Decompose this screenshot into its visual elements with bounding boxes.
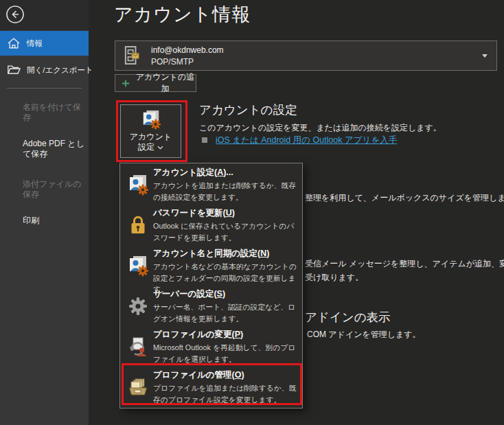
page-title: アカウント情報 [114,2,251,27]
menu-item-title: アカウント設定(A)... [153,167,233,179]
menu-item-title: パスワードを更新(U) [153,207,235,219]
add-account-label: アカウントの追加 [135,71,196,95]
menu-item-description: Outlook に保存されているアカウントのパスワードを更新します。 [153,220,301,243]
account-settings-icon [127,174,149,196]
menu-item-description: アカウントを追加または削除するか、既存の接続設定を変更します。 [153,180,301,203]
addins-heading: アドインの表示 [305,309,391,325]
account-settings-dropdown-menu: アカウント設定(A)... アカウントを追加または削除するか、既存の接続設定を変… [119,163,303,409]
menu-item-change-profile[interactable]: プロファイルの変更(P) Microsoft Outlook を再起動して、別の… [120,328,302,368]
mailbox-cleanup-text: 整理を利用して、メールボックスのサイズを管理します。 [305,192,504,204]
account-lines: info@okdnweb.com POP/SMTP [151,45,224,67]
menu-item-account-settings[interactable]: アカウント設定(A)... アカウントを追加または削除するか、既存の接続設定を変… [120,165,302,206]
account-email: info@okdnweb.com [151,45,224,55]
sidebar-item-info[interactable]: 情報 [0,31,89,56]
mail-account-icon [124,45,140,66]
profile-manage-icon [127,376,149,398]
sidebar-item-open-export[interactable]: 開く/エクスポート [0,59,89,81]
sidebar-item-label: 開く/エクスポート [27,65,93,76]
add-account-button[interactable]: アカウントの追加 [115,74,196,92]
sidebar-item-label: 情報 [27,38,43,49]
folder-open-icon [7,64,21,76]
menu-item-description: Microsoft Outlook を再起動して、別のプロファイルを選択します。 [153,342,301,365]
sidebar: 情報 開く/エクスポート 名前を付けて保存 Adobe PDF として保存 添付… [0,30,89,425]
menu-item-description: プロファイルを追加または削除するか、既存のプロファイル設定を変更します。 [153,382,301,405]
addins-description: COM アドインを管理します。 [307,329,421,341]
back-arrow-icon [5,4,25,25]
account-settings-icon [141,109,161,130]
account-protocol: POP/SMTP [151,57,224,67]
home-icon [7,37,21,49]
account-settings-button-label-2: 設定 [138,142,163,152]
account-settings-description: このアカウントの設定を変更、または追加の接続を設定します。 [199,122,442,134]
square-bullet-icon [202,137,207,143]
menu-item-description: サーバー名、ポート、認証の設定など、ログオン情報を更新します。 [153,301,301,324]
outlook-file-backstage: { "page": { "title": "アカウント情報" }, "sideb… [0,0,504,425]
lock-icon [127,214,149,236]
rules-alerts-text-line2: 受け取ります。 [305,272,363,284]
back-button[interactable] [5,4,25,25]
rules-alerts-text-line1: 受信メール メッセージを整理し、アイテムが追加、変更、ま [305,258,504,270]
menu-item-manage-profiles[interactable]: プロファイルの管理(O) プロファイルを追加または削除するか、既存のプロファイル… [120,368,302,409]
sidebar-item-save-attachments: 添付ファイルの保存 [23,179,84,200]
menu-item-update-password[interactable]: パスワードを更新(U) Outlook に保存されているアカウントのパスワードを… [120,206,302,246]
server-gear-icon [127,295,149,317]
chevron-down-icon [157,146,163,150]
sidebar-item-save-as: 名前を付けて保存 [23,102,84,123]
account-sync-icon [127,255,149,277]
account-settings-button[interactable]: アカウント 設定 [120,104,181,158]
menu-item-server-settings[interactable]: サーバーの設定(S) サーバー名、ポート、認証の設定など、ログオン情報を更新しま… [120,287,302,328]
sidebar-divider [7,88,82,89]
account-settings-button-label-1: アカウント [130,132,172,142]
menu-item-title: プロファイルの管理(O) [153,369,244,381]
sidebar-item-print[interactable]: 印刷 [23,216,84,226]
sidebar-item-save-adobe-pdf[interactable]: Adobe PDF として保存 [23,139,84,159]
plus-icon [122,80,129,87]
menu-item-title: アカウント名と同期の設定(N) [153,248,269,260]
account-settings-heading: アカウントの設定 [199,102,297,118]
menu-item-title: プロファイルの変更(P) [153,329,243,341]
get-outlook-app-link[interactable]: iOS または Android 用の Outlook アプリを入手 [216,135,397,146]
menu-item-account-name-sync[interactable]: アカウント名と同期の設定(N) アカウント名などの基本的なアカウントの設定とフォ… [120,246,302,287]
account-selector[interactable]: info@okdnweb.com POP/SMTP [115,41,497,71]
profile-change-icon [127,336,149,358]
menu-item-title: サーバーの設定(S) [153,288,225,300]
dropdown-caret-icon [482,54,488,58]
